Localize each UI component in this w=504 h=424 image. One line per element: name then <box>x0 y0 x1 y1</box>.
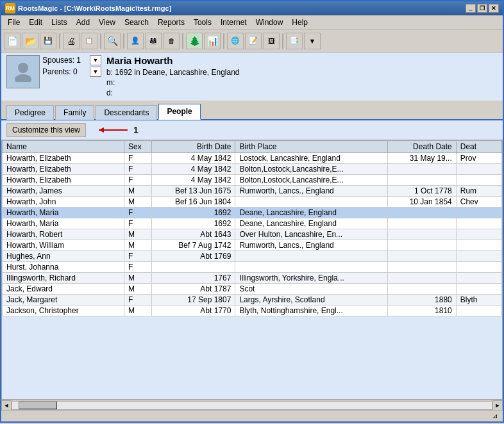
arrow-annotation: 1 <box>92 124 139 136</box>
h-scrollbar-track[interactable] <box>12 401 492 410</box>
toolbar-sep-3 <box>123 33 124 49</box>
menu-edit[interactable]: Edit <box>25 17 46 28</box>
menu-add[interactable]: Add <box>72 17 94 28</box>
table-row[interactable]: Howarth, ElizabethF4 May 1842Lostock, La… <box>3 153 502 164</box>
tab-family[interactable]: Family <box>55 105 94 120</box>
cell-death-date: 31 May 19... <box>387 153 456 164</box>
table-row[interactable]: Howarth, JamesMBef 13 Jun 1675Rumworth, … <box>3 186 502 197</box>
menu-view[interactable]: View <box>95 17 119 28</box>
cell-sex: M <box>124 284 152 295</box>
table-row[interactable]: Hughes, AnnFAbt 1769 <box>3 251 502 262</box>
table-row[interactable]: Howarth, ElizabethF4 May 1842Bolton,Lost… <box>3 164 502 175</box>
cell-birth-date: 4 May 1842 <box>151 164 235 175</box>
menu-window[interactable]: Window <box>252 17 287 28</box>
table-row[interactable]: Jackson, ChristopherMAbt 1770Blyth, Nott… <box>3 306 502 316</box>
table-row[interactable]: Hurst, JohannaF <box>3 262 502 273</box>
minimize-button[interactable]: _ <box>466 4 476 13</box>
table-row[interactable]: Illingsworth, RichardM1767Illingsworth, … <box>3 273 502 284</box>
save-button[interactable]: 💾 <box>40 33 56 49</box>
cell-birth-date: 17 Sep 1807 <box>151 295 235 306</box>
close-button[interactable]: ✕ <box>489 4 499 13</box>
cell-death-date: 1810 <box>387 306 456 316</box>
menu-tools[interactable]: Tools <box>190 17 215 28</box>
col-header-birth-place[interactable]: Birth Place <box>235 141 388 153</box>
h-scrollbar-thumb[interactable] <box>19 402 57 409</box>
pedigree-button[interactable]: 🌲 <box>186 33 203 49</box>
cell-birth-date: 4 May 1842 <box>151 175 235 186</box>
menu-help[interactable]: Help <box>288 17 312 28</box>
col-header-name[interactable]: Name <box>3 141 124 153</box>
print-preview-button[interactable]: 📋 <box>81 33 97 49</box>
menu-file[interactable]: File <box>4 17 24 28</box>
menu-internet[interactable]: Internet <box>217 17 251 28</box>
delete-button[interactable]: 🗑 <box>163 33 180 49</box>
spouses-row: Spouses: 1 ▼ <box>42 55 101 65</box>
notes-button[interactable]: 📝 <box>245 33 262 49</box>
restore-button[interactable]: ❐ <box>477 4 487 13</box>
cell-birth-date: Abt 1769 <box>151 251 235 262</box>
tab-people[interactable]: People <box>158 104 200 120</box>
cell-death-date <box>387 218 456 229</box>
cell-death-date: 1880 <box>387 295 456 306</box>
cell-death-place <box>456 240 501 251</box>
tab-descendants[interactable]: Descendants <box>96 105 157 120</box>
scroll-right-btn[interactable]: ► <box>492 400 503 411</box>
tab-pedigree[interactable]: Pedigree <box>6 105 54 120</box>
cell-name: Howarth, Elizabeth <box>3 175 124 186</box>
window-title: RootsMagic - [C:\Work\RootsMagic\test.rm… <box>18 4 171 12</box>
cell-sex: F <box>124 251 152 262</box>
cell-death-place <box>456 218 501 229</box>
parents-dropdown-btn[interactable]: ▼ <box>90 67 101 77</box>
toolbar-sep-5 <box>223 33 224 49</box>
cell-birth-place: Bolton,Lostock,Lancashire,E... <box>235 164 388 175</box>
menu-search[interactable]: Search <box>121 17 153 28</box>
col-header-death-place[interactable]: Deat <box>456 141 501 153</box>
cell-birth-date: Bef 7 Aug 1742 <box>151 240 235 251</box>
table-row[interactable]: Jack, MargaretF17 Sep 1807Largs, Ayrshir… <box>3 295 502 306</box>
media-button[interactable]: 🖼 <box>263 33 280 49</box>
table-row[interactable]: Howarth, ElizabethF4 May 1842Bolton,Lost… <box>3 175 502 186</box>
spouses-dropdown-btn[interactable]: ▼ <box>90 55 101 65</box>
more-button[interactable]: ▼ <box>304 33 321 49</box>
table-row[interactable]: Howarth, JohnMBef 16 Jun 180410 Jan 1854… <box>3 197 502 208</box>
menu-lists[interactable]: Lists <box>47 17 71 28</box>
print-button[interactable]: 🖨 <box>63 33 80 49</box>
web-button[interactable]: 🌐 <box>227 33 244 49</box>
resize-grip[interactable]: ⊿ <box>492 412 500 420</box>
scroll-left-btn[interactable]: ◄ <box>1 400 12 411</box>
cell-birth-date: 1767 <box>151 273 235 284</box>
table-row[interactable]: Jack, EdwardMAbt 1787Scot <box>3 284 502 295</box>
person-death: d: <box>106 88 498 98</box>
table-row[interactable]: Howarth, WilliamMBef 7 Aug 1742Rumworth,… <box>3 240 502 251</box>
add-family-button[interactable]: 👨‍👩‍👧 <box>145 33 162 49</box>
people-table: Name Sex Birth Date Birth Place Death Da… <box>2 140 502 316</box>
cell-sex: F <box>124 175 152 186</box>
menu-bar: File Edit Lists Add View Search Reports … <box>1 15 503 29</box>
col-header-death-date[interactable]: Death Date <box>387 141 456 153</box>
cell-sex: F <box>124 153 152 164</box>
cell-birth-date <box>151 262 235 273</box>
cell-birth-date: 4 May 1842 <box>151 153 235 164</box>
toolbar-sep-4 <box>182 33 183 49</box>
search-toolbar-button[interactable]: 🔍 <box>104 33 121 49</box>
new-button[interactable]: 📄 <box>4 33 21 49</box>
open-button[interactable]: 📂 <box>22 33 38 49</box>
table-row[interactable]: Howarth, RobertMAbt 1643Over Hulton, Lan… <box>3 229 502 240</box>
people-table-wrapper[interactable]: Name Sex Birth Date Birth Place Death Da… <box>1 140 503 400</box>
cell-birth-date: 1692 <box>151 218 235 229</box>
col-header-birth-date[interactable]: Birth Date <box>151 141 235 153</box>
reports-button[interactable]: 📑 <box>286 33 303 49</box>
person-details: Maria Howarth b: 1692 in Deane, Lancashi… <box>106 55 498 98</box>
table-row[interactable]: Howarth, MariaF1692Deane, Lancashire, En… <box>3 218 502 229</box>
col-header-sex[interactable]: Sex <box>124 141 152 153</box>
table-row[interactable]: Howarth, MariaF1692Deane, Lancashire, En… <box>3 208 502 218</box>
cell-sex: M <box>124 273 152 284</box>
chart-button[interactable]: 📊 <box>204 33 221 49</box>
tabs-container: Pedigree Family Descendants People <box>1 101 503 120</box>
menu-reports[interactable]: Reports <box>154 17 189 28</box>
cell-birth-date: 1692 <box>151 208 235 218</box>
person-photo <box>6 55 40 88</box>
add-person-button[interactable]: 👤 <box>127 33 144 49</box>
cell-name: Howarth, Robert <box>3 229 124 240</box>
customize-button[interactable]: Customize this view <box>6 123 86 137</box>
